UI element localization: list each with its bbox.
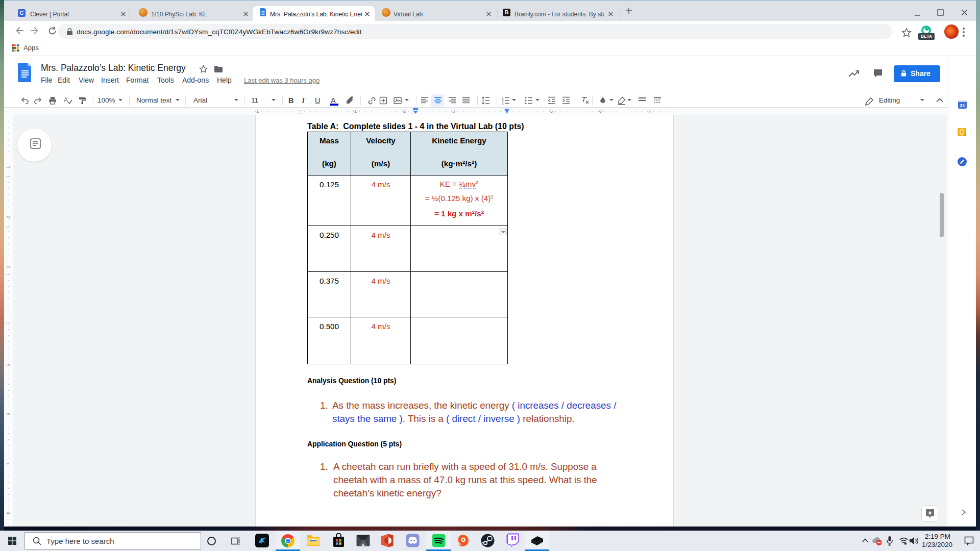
- svg-text:A: A: [64, 96, 68, 104]
- svg-text:3: 3: [502, 102, 504, 106]
